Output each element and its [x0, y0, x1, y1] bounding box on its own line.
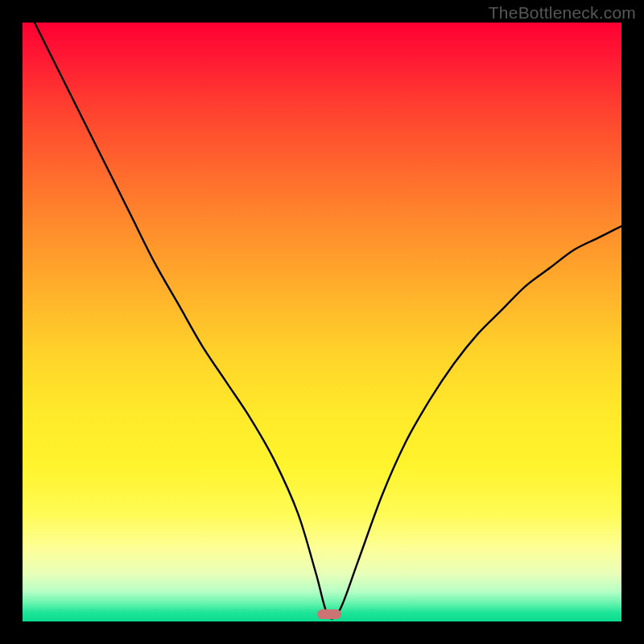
watermark-text: TheBottleneck.com	[489, 3, 636, 23]
plot-area	[23, 23, 621, 621]
chart-frame: TheBottleneck.com	[0, 0, 644, 644]
bottleneck-curve	[23, 23, 621, 621]
optimal-marker	[317, 609, 341, 619]
